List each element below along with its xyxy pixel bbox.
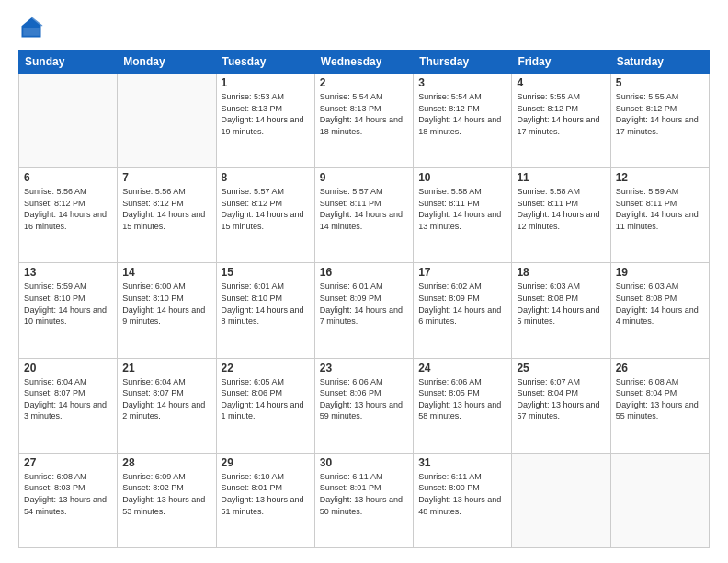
calendar-cell bbox=[512, 453, 610, 547]
day-number: 3 bbox=[418, 76, 506, 89]
calendar-cell: 28Sunrise: 6:09 AMSunset: 8:02 PMDayligh… bbox=[118, 453, 216, 547]
cell-details: Sunrise: 5:54 AMSunset: 8:12 PMDaylight:… bbox=[418, 91, 506, 137]
calendar-cell: 7Sunrise: 5:56 AMSunset: 8:12 PMDaylight… bbox=[118, 168, 216, 263]
cell-details: Sunrise: 5:56 AMSunset: 8:12 PMDaylight:… bbox=[24, 186, 112, 232]
day-number: 31 bbox=[418, 456, 506, 469]
calendar-cell: 5Sunrise: 5:55 AMSunset: 8:12 PMDaylight… bbox=[610, 74, 709, 168]
cell-details: Sunrise: 6:10 AMSunset: 8:01 PMDaylight:… bbox=[222, 471, 310, 517]
cell-details: Sunrise: 5:58 AMSunset: 8:11 PMDaylight:… bbox=[418, 186, 506, 232]
svg-marker-1 bbox=[31, 17, 42, 27]
day-number: 5 bbox=[616, 76, 704, 89]
logo-icon bbox=[18, 15, 44, 40]
day-number: 18 bbox=[517, 266, 605, 279]
cell-details: Sunrise: 6:05 AMSunset: 8:06 PMDaylight:… bbox=[222, 376, 310, 422]
calendar-cell: 27Sunrise: 6:08 AMSunset: 8:03 PMDayligh… bbox=[19, 453, 118, 547]
day-number: 1 bbox=[222, 76, 310, 89]
calendar-cell: 2Sunrise: 5:54 AMSunset: 8:13 PMDaylight… bbox=[314, 74, 413, 168]
calendar-week-4: 20Sunrise: 6:04 AMSunset: 8:07 PMDayligh… bbox=[19, 358, 710, 453]
cell-details: Sunrise: 6:03 AMSunset: 8:08 PMDaylight:… bbox=[616, 281, 704, 327]
day-number: 13 bbox=[24, 266, 112, 279]
cell-details: Sunrise: 5:55 AMSunset: 8:12 PMDaylight:… bbox=[517, 91, 605, 137]
calendar-cell: 31Sunrise: 6:11 AMSunset: 8:00 PMDayligh… bbox=[414, 453, 512, 547]
calendar-week-2: 6Sunrise: 5:56 AMSunset: 8:12 PMDaylight… bbox=[19, 168, 710, 263]
cell-details: Sunrise: 6:06 AMSunset: 8:05 PMDaylight:… bbox=[418, 376, 506, 422]
cell-details: Sunrise: 5:58 AMSunset: 8:11 PMDaylight:… bbox=[517, 186, 605, 232]
cell-details: Sunrise: 5:59 AMSunset: 8:11 PMDaylight:… bbox=[616, 186, 704, 232]
calendar-table: SundayMondayTuesdayWednesdayThursdayFrid… bbox=[18, 50, 710, 548]
calendar-cell: 13Sunrise: 5:59 AMSunset: 8:10 PMDayligh… bbox=[19, 263, 118, 358]
weekday-header-monday: Monday bbox=[118, 51, 216, 74]
cell-details: Sunrise: 5:59 AMSunset: 8:10 PMDaylight:… bbox=[24, 281, 112, 327]
calendar-cell: 17Sunrise: 6:02 AMSunset: 8:09 PMDayligh… bbox=[414, 263, 512, 358]
calendar-cell: 22Sunrise: 6:05 AMSunset: 8:06 PMDayligh… bbox=[216, 358, 314, 453]
calendar-week-1: 1Sunrise: 5:53 AMSunset: 8:13 PMDaylight… bbox=[19, 74, 710, 168]
calendar-cell bbox=[118, 74, 216, 168]
cell-details: Sunrise: 6:06 AMSunset: 8:06 PMDaylight:… bbox=[320, 376, 408, 422]
cell-details: Sunrise: 5:57 AMSunset: 8:11 PMDaylight:… bbox=[320, 186, 408, 232]
cell-details: Sunrise: 6:01 AMSunset: 8:10 PMDaylight:… bbox=[222, 281, 310, 327]
calendar-cell: 15Sunrise: 6:01 AMSunset: 8:10 PMDayligh… bbox=[216, 263, 314, 358]
calendar-cell: 18Sunrise: 6:03 AMSunset: 8:08 PMDayligh… bbox=[512, 263, 610, 358]
calendar-cell: 29Sunrise: 6:10 AMSunset: 8:01 PMDayligh… bbox=[216, 453, 314, 547]
logo bbox=[18, 15, 48, 40]
day-number: 2 bbox=[320, 76, 408, 89]
day-number: 16 bbox=[320, 266, 408, 279]
day-number: 30 bbox=[320, 456, 408, 469]
calendar-cell: 30Sunrise: 6:11 AMSunset: 8:01 PMDayligh… bbox=[314, 453, 413, 547]
day-number: 10 bbox=[418, 171, 506, 184]
cell-details: Sunrise: 5:55 AMSunset: 8:12 PMDaylight:… bbox=[616, 91, 704, 137]
calendar-cell: 6Sunrise: 5:56 AMSunset: 8:12 PMDaylight… bbox=[19, 168, 118, 263]
cell-details: Sunrise: 6:04 AMSunset: 8:07 PMDaylight:… bbox=[24, 376, 112, 422]
cell-details: Sunrise: 5:57 AMSunset: 8:12 PMDaylight:… bbox=[222, 186, 310, 232]
cell-details: Sunrise: 5:53 AMSunset: 8:13 PMDaylight:… bbox=[222, 91, 310, 137]
weekday-header-thursday: Thursday bbox=[414, 51, 512, 74]
header bbox=[18, 15, 710, 40]
calendar-cell: 23Sunrise: 6:06 AMSunset: 8:06 PMDayligh… bbox=[314, 358, 413, 453]
weekday-header-saturday: Saturday bbox=[610, 51, 709, 74]
calendar-cell: 11Sunrise: 5:58 AMSunset: 8:11 PMDayligh… bbox=[512, 168, 610, 263]
calendar-cell: 24Sunrise: 6:06 AMSunset: 8:05 PMDayligh… bbox=[414, 358, 512, 453]
day-number: 11 bbox=[517, 171, 605, 184]
day-number: 25 bbox=[517, 362, 605, 374]
calendar-cell: 26Sunrise: 6:08 AMSunset: 8:04 PMDayligh… bbox=[610, 358, 709, 453]
cell-details: Sunrise: 6:03 AMSunset: 8:08 PMDaylight:… bbox=[517, 281, 605, 327]
calendar-cell: 19Sunrise: 6:03 AMSunset: 8:08 PMDayligh… bbox=[610, 263, 709, 358]
day-number: 23 bbox=[320, 362, 408, 374]
calendar-cell bbox=[19, 74, 118, 168]
calendar-cell: 25Sunrise: 6:07 AMSunset: 8:04 PMDayligh… bbox=[512, 358, 610, 453]
day-number: 9 bbox=[320, 171, 408, 184]
weekday-header-row: SundayMondayTuesdayWednesdayThursdayFrid… bbox=[19, 51, 710, 74]
day-number: 27 bbox=[24, 456, 112, 469]
day-number: 12 bbox=[616, 171, 704, 184]
calendar-cell: 4Sunrise: 5:55 AMSunset: 8:12 PMDaylight… bbox=[512, 74, 610, 168]
day-number: 7 bbox=[122, 171, 210, 184]
calendar-cell: 9Sunrise: 5:57 AMSunset: 8:11 PMDaylight… bbox=[314, 168, 413, 263]
day-number: 29 bbox=[222, 456, 310, 469]
cell-details: Sunrise: 6:01 AMSunset: 8:09 PMDaylight:… bbox=[320, 281, 408, 327]
cell-details: Sunrise: 6:11 AMSunset: 8:01 PMDaylight:… bbox=[320, 471, 408, 517]
weekday-header-wednesday: Wednesday bbox=[314, 51, 413, 74]
page: SundayMondayTuesdayWednesdayThursdayFrid… bbox=[0, 0, 728, 563]
day-number: 26 bbox=[616, 362, 704, 374]
cell-details: Sunrise: 6:04 AMSunset: 8:07 PMDaylight:… bbox=[122, 376, 210, 422]
calendar-week-5: 27Sunrise: 6:08 AMSunset: 8:03 PMDayligh… bbox=[19, 453, 710, 547]
day-number: 8 bbox=[222, 171, 310, 184]
cell-details: Sunrise: 6:07 AMSunset: 8:04 PMDaylight:… bbox=[517, 376, 605, 422]
day-number: 6 bbox=[24, 171, 112, 184]
cell-details: Sunrise: 5:56 AMSunset: 8:12 PMDaylight:… bbox=[122, 186, 210, 232]
calendar-cell: 16Sunrise: 6:01 AMSunset: 8:09 PMDayligh… bbox=[314, 263, 413, 358]
calendar-cell: 12Sunrise: 5:59 AMSunset: 8:11 PMDayligh… bbox=[610, 168, 709, 263]
day-number: 19 bbox=[616, 266, 704, 279]
day-number: 22 bbox=[222, 362, 310, 374]
day-number: 21 bbox=[122, 362, 210, 374]
weekday-header-friday: Friday bbox=[512, 51, 610, 74]
day-number: 15 bbox=[222, 266, 310, 279]
cell-details: Sunrise: 6:09 AMSunset: 8:02 PMDaylight:… bbox=[122, 471, 210, 517]
calendar-cell: 3Sunrise: 5:54 AMSunset: 8:12 PMDaylight… bbox=[414, 74, 512, 168]
day-number: 24 bbox=[418, 362, 506, 374]
calendar-cell: 20Sunrise: 6:04 AMSunset: 8:07 PMDayligh… bbox=[19, 358, 118, 453]
calendar-cell bbox=[610, 453, 709, 547]
day-number: 17 bbox=[418, 266, 506, 279]
weekday-header-tuesday: Tuesday bbox=[216, 51, 314, 74]
day-number: 28 bbox=[122, 456, 210, 469]
